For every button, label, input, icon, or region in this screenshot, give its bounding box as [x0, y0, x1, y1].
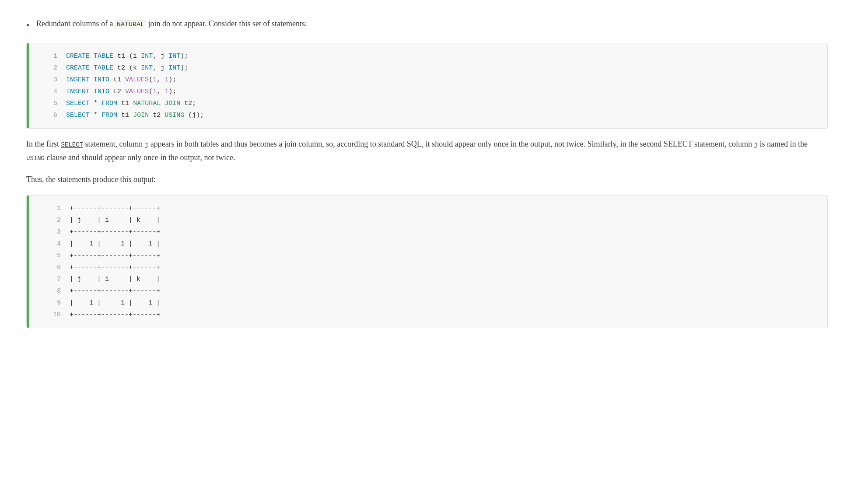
code-line-1: CREATE TABLE t1 (i INT, j INT); [66, 50, 820, 62]
code-content-sql: CREATE TABLE t1 (i INT, j INT); CREATE T… [66, 50, 820, 121]
output-line-6: +------+-------+------+ [70, 262, 820, 273]
line-numbers-sql: 1 2 3 4 5 6 [53, 50, 66, 121]
code-content-output: +------+-------+------+ | j | i | k | +-… [70, 203, 820, 321]
code-line-6: SELECT * FROM t1 JOIN t2 USING (j); [66, 109, 820, 121]
output-line-4: | 1 | 1 | 1 | [70, 238, 820, 250]
natural-keyword: NATURAL [115, 20, 146, 29]
line-numbers-output: 1 2 3 4 5 6 7 8 9 10 [53, 203, 70, 321]
prose-paragraph-1: In the first SELECT statement, column j … [26, 137, 828, 164]
prose-paragraph-2: Thus, the statements produce this output… [26, 173, 828, 186]
green-bar-indicator-2 [27, 196, 29, 328]
bullet-dot: • [26, 18, 29, 32]
column-j-ref-2: j [754, 141, 758, 148]
code-line-3: INSERT INTO t1 VALUES(1, 1); [66, 74, 820, 86]
code-block-sql: 1 2 3 4 5 6 CREATE TABLE t1 (i INT, j IN… [26, 43, 828, 129]
using-inline-code: USING [26, 155, 45, 162]
code-block-output: 1 2 3 4 5 6 7 8 9 10 +------+-------+---… [26, 195, 828, 328]
output-line-7: | j | i | k | [70, 273, 820, 285]
output-line-10: +------+-------+------+ [70, 309, 820, 321]
column-j-ref-1: j [145, 141, 148, 148]
output-line-2: | j | i | k | [70, 214, 820, 226]
green-bar-indicator [27, 43, 29, 128]
output-line-9: | 1 | 1 | 1 | [70, 297, 820, 309]
output-line-5: +------+-------+------+ [70, 250, 820, 262]
bullet-text: Redundant columns of a NATURAL join do n… [36, 18, 307, 30]
output-line-8: +------+-------+------+ [70, 285, 820, 297]
bullet-text-after: join do not appear. Consider this set of… [146, 19, 307, 28]
bullet-item: • Redundant columns of a NATURAL join do… [26, 18, 828, 32]
bullet-text-before: Redundant columns of a [36, 19, 115, 28]
output-line-1: +------+-------+------+ [70, 203, 820, 214]
code-line-5: SELECT * FROM t1 NATURAL JOIN t2; [66, 98, 820, 109]
code-line-2: CREATE TABLE t2 (k INT, j INT); [66, 62, 820, 74]
select-inline-code: SELECT [61, 141, 83, 148]
output-line-3: +------+-------+------+ [70, 226, 820, 238]
code-line-4: INSERT INTO t2 VALUES(1, 1); [66, 86, 820, 98]
